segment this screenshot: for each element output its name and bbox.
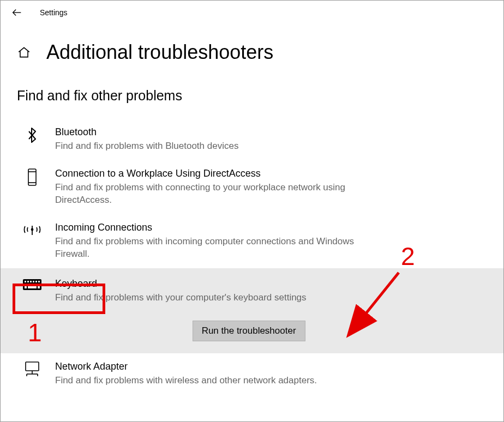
bluetooth-icon — [22, 126, 42, 144]
section-heading: Find and fix other problems — [1, 75, 503, 119]
svg-rect-15 — [33, 284, 34, 285]
troubleshooter-item-network-adapter[interactable]: Network Adapter Find and fix problems wi… — [1, 353, 503, 395]
item-title: Keyboard — [55, 278, 307, 290]
svg-rect-8 — [30, 281, 32, 282]
svg-rect-17 — [38, 284, 40, 285]
page-header: Additional troubleshooters — [1, 25, 503, 75]
troubleshooter-item-keyboard[interactable]: Keyboard Find and fix problems with your… — [1, 268, 503, 353]
back-arrow-icon[interactable] — [10, 6, 23, 19]
svg-rect-11 — [38, 281, 40, 282]
item-desc: Find and fix problems with your computer… — [55, 292, 307, 304]
item-title: Incoming Connections — [55, 222, 371, 233]
network-adapter-icon — [22, 361, 42, 377]
app-title: Settings — [40, 8, 68, 17]
svg-rect-13 — [27, 284, 29, 285]
svg-rect-20 — [38, 286, 40, 288]
svg-rect-18 — [25, 286, 27, 288]
item-desc: Find and fix problems with incoming comp… — [55, 236, 371, 261]
troubleshooter-item-bluetooth[interactable]: Bluetooth Find and fix problems with Blu… — [1, 119, 503, 160]
svg-point-4 — [32, 228, 33, 230]
item-desc: Find and fix problems with connecting to… — [55, 182, 371, 207]
keyboard-icon — [22, 278, 42, 291]
item-desc: Find and fix problems with wireless and … — [55, 375, 317, 387]
home-icon[interactable] — [17, 45, 31, 59]
item-title: Network Adapter — [55, 361, 317, 372]
svg-rect-21 — [26, 362, 39, 371]
troubleshooter-item-directaccess[interactable]: Connection to a Workplace Using DirectAc… — [1, 160, 503, 214]
item-title: Connection to a Workplace Using DirectAc… — [55, 168, 371, 179]
titlebar: Settings — [1, 1, 503, 25]
svg-rect-6 — [25, 281, 26, 282]
page-title: Additional troubleshooters — [46, 41, 273, 64]
svg-rect-16 — [35, 284, 37, 285]
incoming-connections-icon — [22, 222, 42, 238]
item-title: Bluetooth — [55, 126, 238, 138]
svg-rect-14 — [30, 284, 32, 285]
troubleshooter-item-incoming[interactable]: Incoming Connections Find and fix proble… — [1, 214, 503, 268]
troubleshooter-list: Bluetooth Find and fix problems with Blu… — [1, 119, 503, 395]
svg-rect-9 — [33, 281, 34, 282]
svg-rect-19 — [28, 286, 37, 288]
run-troubleshooter-button[interactable]: Run the troubleshooter — [193, 321, 305, 341]
svg-rect-7 — [27, 281, 29, 282]
svg-rect-10 — [35, 281, 37, 282]
svg-rect-12 — [25, 284, 26, 285]
item-desc: Find and fix problems with Bluetooth dev… — [55, 140, 238, 153]
workplace-icon — [22, 168, 42, 186]
